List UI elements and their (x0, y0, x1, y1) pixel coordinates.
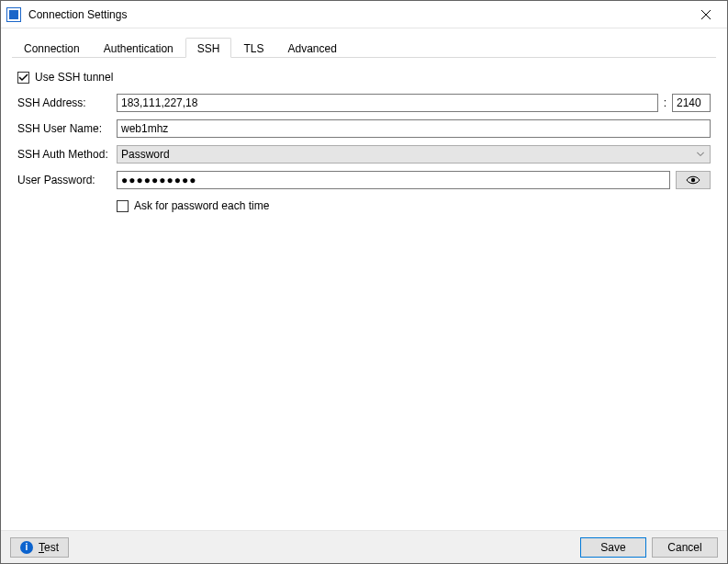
tab-bar: Connection Authentication SSH TLS Advanc… (12, 38, 716, 58)
eye-icon (686, 175, 700, 185)
window-title: Connection Settings (28, 8, 127, 21)
close-button[interactable] (685, 1, 727, 28)
ask-password-label: Ask for password each time (134, 199, 269, 212)
use-ssh-tunnel-checkbox[interactable]: Use SSH tunnel (17, 71, 113, 84)
titlebar: Connection Settings (1, 1, 727, 28)
ssh-tab-page: Use SSH tunnel SSH Address: : SSH User N… (12, 58, 716, 231)
ssh-port-input[interactable] (672, 94, 711, 112)
tab-connection[interactable]: Connection (12, 38, 92, 58)
cancel-button[interactable]: Cancel (652, 537, 718, 558)
ssh-address-input[interactable] (117, 94, 658, 112)
dialog-content: Connection Authentication SSH TLS Advanc… (1, 28, 727, 530)
reveal-password-button[interactable] (676, 171, 711, 189)
app-icon (6, 7, 21, 22)
info-icon: i (20, 541, 33, 554)
ssh-auth-method-value: Password (121, 148, 170, 161)
user-password-label: User Password: (17, 174, 117, 186)
close-icon (701, 10, 711, 19)
use-ssh-tunnel-label: Use SSH tunnel (35, 71, 113, 84)
ssh-auth-method-select[interactable]: Password (117, 145, 711, 164)
dialog-footer: i Test Save Cancel (1, 530, 727, 563)
ssh-address-label: SSH Address: (17, 96, 117, 109)
dialog-connection-settings: Connection Settings Connection Authentic… (0, 0, 728, 564)
tab-advanced[interactable]: Advanced (275, 38, 348, 58)
ssh-username-input[interactable] (117, 119, 711, 138)
tab-ssh[interactable]: SSH (185, 38, 232, 58)
ssh-auth-method-label: SSH Auth Method: (17, 148, 117, 161)
ask-password-checkbox[interactable]: Ask for password each time (117, 199, 269, 212)
port-separator: : (658, 96, 672, 109)
save-button[interactable]: Save (580, 537, 646, 558)
test-button[interactable]: i Test (10, 537, 69, 558)
svg-point-2 (691, 178, 695, 182)
tab-tls[interactable]: TLS (231, 38, 275, 58)
checkmark-icon (18, 73, 28, 83)
test-button-rest: est (44, 541, 59, 554)
tab-authentication[interactable]: Authentication (92, 38, 185, 58)
ssh-username-label: SSH User Name: (17, 122, 117, 135)
chevron-down-icon (697, 152, 704, 157)
user-password-input[interactable] (117, 171, 670, 189)
